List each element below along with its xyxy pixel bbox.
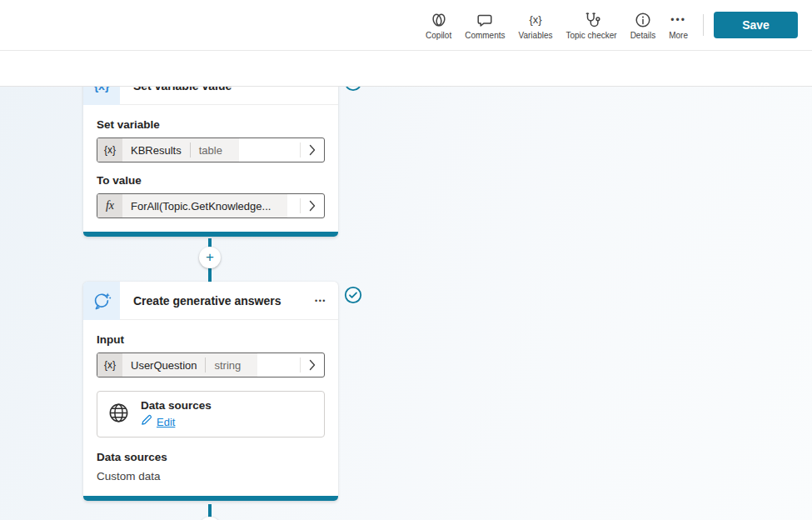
node-title: Create generative answers [133, 294, 303, 308]
node-header: Create generative answers ••• [83, 282, 338, 320]
toolbar-item-details[interactable]: Details [624, 11, 663, 40]
chip-value-area: ForAll(Topic.GetKnowledge... [122, 194, 287, 218]
data-sources-title: Data sources [141, 399, 212, 412]
add-node-button[interactable]: + [199, 247, 221, 268]
toolbar-item-label: Copilot [426, 31, 451, 40]
chevron-right-icon[interactable] [301, 138, 324, 162]
toolbar-divider [703, 14, 704, 36]
chip-value-area: KBResults table [122, 138, 239, 162]
formula-text: ForAll(Topic.GetKnowledge... [122, 200, 279, 212]
edit-data-sources-link[interactable]: Edit [141, 414, 212, 429]
variable-name: UserQuestion [122, 359, 205, 372]
chevron-right-icon[interactable] [301, 194, 324, 218]
field-label: Data sources [97, 451, 325, 463]
variables-icon: {x} [529, 11, 541, 29]
variable-picker-kbresults[interactable]: {x} KBResults table [97, 138, 325, 162]
add-node-button[interactable] [199, 517, 221, 520]
variable-type: table [191, 144, 231, 157]
node-create-generative-answers[interactable]: Create generative answers ••• Input {x} … [83, 282, 338, 501]
data-sources-texts: Data sources Edit [141, 399, 212, 429]
formula-input[interactable]: fx ForAll(Topic.GetKnowledge... [97, 193, 325, 218]
info-icon [634, 11, 652, 29]
top-toolbar: Copilot Comments {x} Variables Topic che… [0, 0, 812, 51]
toolbar-item-label: Details [630, 31, 656, 40]
toolbar-item-copilot[interactable]: Copilot [419, 11, 458, 40]
field-label: Set variable [97, 118, 325, 131]
node-status-check-icon [344, 87, 362, 92]
comment-icon [476, 11, 494, 29]
node-body: Input {x} UserQuestion string [83, 320, 338, 496]
toolbar-item-label: Topic checker [565, 31, 616, 40]
node-bottom-bar [83, 496, 338, 501]
toolbar-item-comments[interactable]: Comments [458, 11, 511, 40]
node-body: Set variable {x} KBResults table To valu… [83, 105, 338, 232]
toolbar-item-more[interactable]: ••• More [662, 11, 695, 40]
secondary-bar [0, 51, 812, 87]
variable-picker-userquestion[interactable]: {x} UserQuestion string [97, 352, 325, 378]
edit-link-label: Edit [157, 416, 175, 428]
data-sources-value: Custom data [97, 470, 325, 482]
globe-icon [107, 402, 130, 428]
node-bottom-bar [83, 232, 338, 237]
variable-badge-icon: {x} [97, 138, 122, 162]
node-title: Set variable value [133, 87, 303, 92]
data-sources-card[interactable]: Data sources Edit [97, 391, 325, 438]
node-more-button[interactable]: ••• [303, 297, 338, 305]
toolbar-item-topic-checker[interactable]: Topic checker [559, 11, 623, 40]
copilot-icon [430, 11, 448, 29]
generative-answers-icon [83, 282, 120, 320]
variable-name: KBResults [122, 144, 190, 157]
node-set-variable-value[interactable]: {x} Set variable value ••• Set variable … [83, 87, 338, 237]
save-button[interactable]: Save [714, 12, 798, 38]
node-more-button[interactable]: ••• [303, 87, 338, 90]
node-status-check-icon [344, 286, 362, 304]
toolbar-item-label: Variables [519, 31, 553, 40]
more-icon: ••• [670, 11, 686, 29]
variable-badge-icon: {x} [97, 353, 122, 377]
field-label: Input [97, 333, 325, 346]
toolbar-item-variables[interactable]: {x} Variables [512, 11, 560, 40]
toolbar-item-label: More [669, 31, 688, 40]
chip-value-area: UserQuestion string [122, 353, 257, 377]
field-label: To value [97, 174, 325, 187]
formula-fx-icon: fx [97, 194, 122, 218]
variable-type: string [206, 359, 249, 372]
authoring-canvas[interactable]: {x} Set variable value ••• Set variable … [0, 87, 812, 520]
toolbar-item-label: Comments [465, 31, 505, 40]
set-variable-icon: {x} [83, 87, 120, 105]
stethoscope-icon [582, 11, 600, 29]
node-header: {x} Set variable value ••• [83, 87, 338, 105]
chevron-right-icon[interactable] [301, 353, 324, 377]
pencil-icon [141, 414, 152, 429]
